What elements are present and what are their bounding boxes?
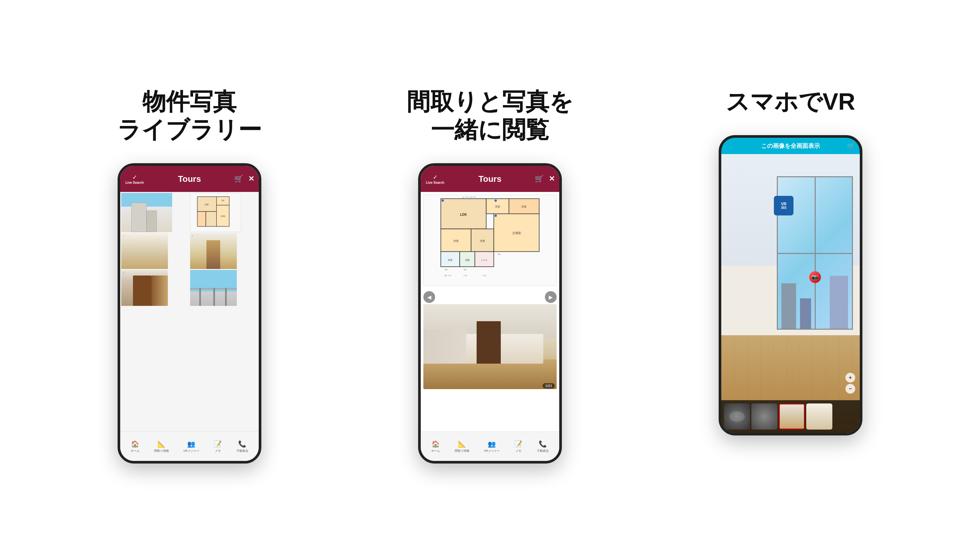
vr-header: この画像を全画面表示 🛒 xyxy=(721,138,860,154)
nav-contact-fp[interactable]: 📞 不動産会 xyxy=(537,440,549,453)
photo-with-arrows: ◀ ▶ 3/83 xyxy=(421,290,559,389)
vr-cart-icon[interactable]: 🛒 xyxy=(847,142,855,150)
vr-thumb-3[interactable] xyxy=(779,403,805,430)
vr-thumb-1[interactable] xyxy=(724,403,750,430)
vr-thumb-2[interactable] xyxy=(751,403,778,430)
svg-text:主寝室: 主寝室 xyxy=(220,215,225,217)
svg-text:浴室: 浴室 xyxy=(448,259,452,261)
vr-zoom-controls: + − xyxy=(845,373,855,394)
svg-text:洋室: 洋室 xyxy=(480,240,485,243)
nav-memo[interactable]: 📝 メモ xyxy=(214,440,222,453)
nav-home[interactable]: 🏠 ホーム xyxy=(130,440,140,453)
vr-365-badge: VR 365 xyxy=(774,196,794,216)
photo-floorplan-thumb[interactable]: LDK 洋室 主寝室 xyxy=(190,193,241,232)
nav-vr-measure-fp[interactable]: 👥 VRメジャー xyxy=(484,440,500,453)
section-library: 物件写真 ライブラリー ✓ Live Search Tours 🛒 ✕ xyxy=(49,87,330,464)
main-container: 物件写真 ライブラリー ✓ Live Search Tours 🛒 ✕ xyxy=(0,68,980,483)
svg-text:主寝室: 主寝室 xyxy=(512,232,521,235)
app-title: Tours xyxy=(178,174,201,184)
vr-hotspot[interactable]: 📷 xyxy=(809,271,821,283)
nav-vr-measure[interactable]: 👥 VRメジャー xyxy=(183,440,199,453)
close-icon[interactable]: ✕ xyxy=(248,175,254,183)
svg-text:洋室: 洋室 xyxy=(521,206,527,209)
svg-text:カーテンサイズ: カーテンサイズ xyxy=(462,197,476,198)
photo-balcony[interactable]: ✓ xyxy=(190,270,237,306)
vr-interior: VR 365 📷 + − xyxy=(721,154,860,433)
vr-banner-text: この画像を全画面表示 xyxy=(761,142,820,150)
bottom-nav-fp: 🏠 ホーム 📐 間取り情報 👥 VRメジャー 📝 メモ 📞 不動産 xyxy=(421,432,559,461)
zoom-out-button[interactable]: − xyxy=(845,384,855,394)
photo-room-2[interactable]: ✓ xyxy=(190,233,237,269)
prev-arrow[interactable]: ◀ xyxy=(423,291,435,303)
vr-room-content: VR 365 📷 + − xyxy=(721,154,860,433)
svg-point-33 xyxy=(495,199,497,202)
svg-text:幅: 3.40: 幅: 3.40 xyxy=(445,275,451,276)
zoom-in-button[interactable]: + xyxy=(845,373,855,383)
room-photo-main: 3/83 xyxy=(423,304,557,389)
phone-floorplan: ✓ Live Search Tours 🛒 ✕ LDK 洋室 xyxy=(418,163,562,464)
svg-point-32 xyxy=(442,199,444,202)
svg-text:LDK: LDK xyxy=(460,213,467,216)
svg-text:洗面: 洗面 xyxy=(465,259,470,261)
nav-home-fp[interactable]: 🏠 ホーム xyxy=(431,440,440,453)
nav-contact[interactable]: 📞 不動産会 xyxy=(237,440,248,453)
app-header-floorplan: ✓ Live Search Tours 🛒 ✕ xyxy=(421,166,559,192)
svg-text:2.00: 2.00 xyxy=(482,275,486,276)
logo-text: Live Search xyxy=(126,181,144,184)
section-floorplan: 間取りと写真を 一緒に閲覧 ✓ Live Search Tours 🛒 ✕ xyxy=(350,87,630,464)
photo-grid-content: ✓ LDK 洋室 主寝室 xyxy=(120,192,259,432)
floorplan-photo-content: LDK 洋室 洋室 洋室 洋室 主寝室 浴室 xyxy=(421,192,559,432)
svg-text:3.60: 3.60 xyxy=(463,275,467,276)
cart-icon[interactable]: 🛒 xyxy=(234,175,243,183)
svg-rect-2 xyxy=(197,211,206,227)
page-indicator: 3/83 xyxy=(542,383,555,389)
section-title-library: 物件写真 ライブラリー xyxy=(117,87,262,144)
app-title-fp: Tours xyxy=(479,174,501,184)
logo-icon-fp: ✓ xyxy=(433,174,438,181)
photo-door[interactable]: ✓ xyxy=(121,270,168,306)
vr-thumb-4[interactable] xyxy=(806,403,832,430)
logo-area: ✓ Live Search xyxy=(126,174,144,184)
vr-thumbnails xyxy=(721,400,860,433)
floorplan-display: LDK 洋室 洋室 洋室 洋室 主寝室 浴室 xyxy=(421,192,559,290)
svg-text:洋室: 洋室 xyxy=(495,206,500,209)
logo-icon: ✓ xyxy=(132,174,137,181)
cart-icon-fp[interactable]: 🛒 xyxy=(535,175,544,183)
photo-room-1[interactable]: ✓ xyxy=(121,233,168,269)
svg-rect-3 xyxy=(206,211,216,227)
logo-text-fp: Live Search xyxy=(426,181,444,184)
svg-text:TV: TV xyxy=(498,254,500,256)
section-vr: スマホでVR この画像を全画面表示 🛒 xyxy=(650,87,931,435)
app-header-library: ✓ Live Search Tours 🛒 ✕ xyxy=(120,166,259,192)
next-arrow[interactable]: ▶ xyxy=(545,291,557,303)
photo-building[interactable]: ✓ xyxy=(121,193,172,232)
svg-text:洋室: 洋室 xyxy=(221,199,224,202)
phone-vr: この画像を全画面表示 🛒 xyxy=(719,135,862,435)
nav-memo-fp[interactable]: 📝 メモ xyxy=(514,440,522,453)
svg-text:トイレ: トイレ xyxy=(481,259,488,261)
nav-floorplan-fp[interactable]: 📐 間取り情報 xyxy=(455,440,469,453)
svg-text:洋室: 洋室 xyxy=(453,240,459,243)
svg-point-34 xyxy=(495,215,497,217)
logo-area-fp: ✓ Live Search xyxy=(426,174,444,184)
bottom-nav-library: 🏠 ホーム 📐 間取り情報 👥 VRメジャー 📝 メモ 📞 不動産 xyxy=(120,432,259,461)
section-title-floorplan: 間取りと写真を 一緒に閲覧 xyxy=(407,87,573,144)
svg-text:LDK: LDK xyxy=(205,203,209,206)
nav-floorplan[interactable]: 📐 間取り情報 xyxy=(154,440,169,453)
section-title-vr: スマホでVR xyxy=(726,87,855,116)
svg-text:TV: TV xyxy=(445,268,447,271)
close-icon-fp[interactable]: ✕ xyxy=(549,175,555,183)
svg-text:TV: TV xyxy=(463,268,466,271)
phone-library: ✓ Live Search Tours 🛒 ✕ ✓ xyxy=(118,163,261,464)
